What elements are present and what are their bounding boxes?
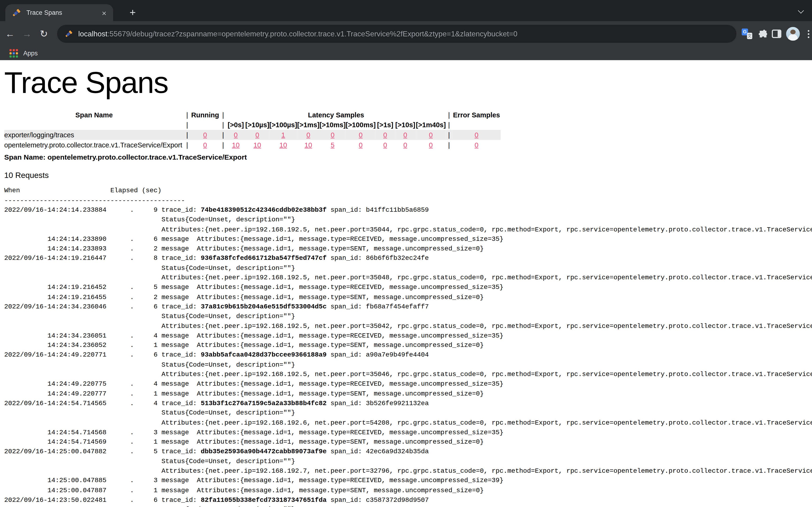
latency-bucket-count-cell: 0 (416, 130, 446, 140)
tab-search-chevron-icon[interactable] (799, 8, 804, 13)
latency-bucket-count-link[interactable]: 10 (232, 141, 240, 149)
bookmark-apps[interactable]: Apps (23, 50, 38, 57)
latency-bucket-count-link[interactable]: 0 (403, 131, 407, 139)
request-log: When Elapsed (sec) ---------------------… (4, 186, 812, 507)
latency-bucket-label: [>10ms] (319, 120, 346, 130)
latency-bucket-count-cell: 0 (226, 130, 245, 140)
address-bar[interactable]: localhost:55679/debug/tracez?zspanname=o… (57, 25, 737, 43)
error-count-cell: 0 (452, 140, 501, 150)
latency-bucket-label: [>1ms] (297, 120, 319, 130)
side-panel-icon[interactable] (772, 30, 781, 38)
latency-bucket-count-link[interactable]: 1 (281, 131, 285, 139)
latency-bucket-label: [>100ms] (346, 120, 376, 130)
new-tab-button[interactable]: + (126, 5, 140, 19)
latency-bucket-count-cell: 10 (226, 140, 245, 150)
forward-icon: → (20, 28, 34, 39)
page-title: Trace Spans (4, 64, 812, 101)
latency-bucket-count-link[interactable]: 0 (331, 131, 334, 139)
latency-bucket-count-cell: 0 (319, 130, 346, 140)
error-count-link[interactable]: 0 (474, 131, 478, 139)
latency-bucket-label: [>1s] (376, 120, 395, 130)
running-header: Running (190, 110, 220, 120)
column-separator: | (446, 130, 452, 140)
toolbar-actions: G 文 (742, 27, 812, 41)
latency-bucket-count-cell: 0 (395, 130, 416, 140)
selected-span-heading: Span Name: opentelemetry.proto.collector… (4, 153, 812, 161)
running-count-link[interactable]: 0 (203, 141, 207, 149)
column-separator: | (184, 140, 190, 150)
latency-bucket-count-cell: 0 (297, 130, 319, 140)
url-text: localhost:55679/debug/tracez?zspanname=o… (78, 30, 517, 38)
error-count-cell: 0 (452, 130, 501, 140)
running-count-cell: 0 (190, 140, 220, 150)
latency-bucket-count-cell: 10 (297, 140, 319, 150)
telescope-favicon-icon (12, 8, 21, 17)
error-count-link[interactable]: 0 (474, 141, 478, 149)
latency-bucket-count-link[interactable]: 0 (255, 131, 259, 139)
latency-bucket-count-link[interactable]: 10 (305, 141, 312, 149)
latency-bucket-count-cell: 0 (395, 140, 416, 150)
latency-bucket-count-link[interactable]: 0 (403, 141, 407, 149)
latency-bucket-count-cell: 0 (346, 140, 376, 150)
latency-bucket-count-cell: 0 (376, 130, 395, 140)
running-count-cell: 0 (190, 130, 220, 140)
column-separator: | (184, 130, 190, 140)
span-name-header: Span Name (4, 110, 184, 120)
latency-bucket-count-link[interactable]: 0 (383, 131, 387, 139)
tab-title: Trace Spans (27, 9, 100, 16)
column-separator: | (220, 130, 226, 140)
latency-bucket-count-link[interactable]: 0 (429, 131, 433, 139)
tab-trace-spans[interactable]: Trace Spans × (5, 4, 113, 21)
chrome-menu-icon[interactable] (806, 30, 812, 38)
bookmarks-bar: Apps (0, 47, 812, 60)
latency-bucket-count-link[interactable]: 10 (280, 141, 287, 149)
back-icon[interactable]: ← (3, 28, 17, 39)
tracez-page: Trace Spans Span Name|Running|Latency Sa… (0, 60, 812, 507)
span-summary-table: Span Name|Running|Latency Samples|Error … (4, 110, 501, 150)
extensions-puzzle-icon[interactable] (757, 29, 767, 39)
latency-bucket-count-link[interactable]: 0 (359, 131, 362, 139)
apps-grid-icon[interactable] (10, 49, 18, 58)
requests-count: 10 Requests (4, 171, 812, 180)
url-host: localhost (78, 30, 107, 38)
column-separator: | (220, 110, 226, 120)
latency-bucket-count-link[interactable]: 10 (254, 141, 261, 149)
tab-strip: Trace Spans × + (0, 0, 812, 21)
latency-bucket-count-link[interactable]: 0 (383, 141, 387, 149)
latency-bucket-count-cell: 1 (269, 130, 297, 140)
site-telescope-icon (65, 30, 73, 38)
table-header-row: Span Name|Running|Latency Samples|Error … (4, 110, 501, 120)
empty-cell (4, 120, 184, 130)
latency-bucket-count-cell: 0 (245, 130, 269, 140)
column-separator: | (446, 110, 452, 120)
latency-bucket-count-cell: 0 (376, 140, 395, 150)
latency-bucket-count-link[interactable]: 0 (359, 141, 362, 149)
latency-bucket-count-cell: 10 (245, 140, 269, 150)
translate-icon[interactable]: G 文 (742, 29, 752, 39)
span-row: opentelemetry.proto.collector.trace.v1.T… (4, 140, 501, 150)
error-samples-header: Error Samples (452, 110, 501, 120)
profile-avatar[interactable] (786, 27, 800, 41)
bucket-header-row: ||[>0s][>10µs][>100µs][>1ms][>10ms][>100… (4, 120, 501, 130)
tab-close-icon[interactable]: × (99, 9, 109, 17)
latency-bucket-count-cell: 10 (269, 140, 297, 150)
column-separator: | (184, 110, 190, 120)
latency-bucket-count-cell: 5 (319, 140, 346, 150)
latency-bucket-count-link[interactable]: 0 (429, 141, 433, 149)
column-separator: | (220, 120, 226, 130)
running-count-link[interactable]: 0 (203, 131, 207, 139)
empty-cell (190, 120, 220, 130)
span-name: opentelemetry.proto.collector.trace.v1.T… (4, 140, 184, 150)
column-separator: | (446, 140, 452, 150)
latency-bucket-label: [>10s] (395, 120, 416, 130)
browser-toolbar: ← → ↻ localhost:55679/debug/tracez?zspan… (0, 21, 812, 47)
latency-bucket-label: [>100µs] (269, 120, 297, 130)
column-separator: | (184, 120, 190, 130)
span-name: exporter/logging/traces (4, 130, 184, 140)
latency-bucket-count-link[interactable]: 0 (306, 131, 310, 139)
latency-bucket-label: [>0s] (226, 120, 245, 130)
latency-bucket-count-cell: 0 (346, 130, 376, 140)
reload-icon[interactable]: ↻ (37, 28, 51, 40)
latency-bucket-count-link[interactable]: 5 (331, 141, 334, 149)
latency-bucket-count-link[interactable]: 0 (234, 131, 238, 139)
